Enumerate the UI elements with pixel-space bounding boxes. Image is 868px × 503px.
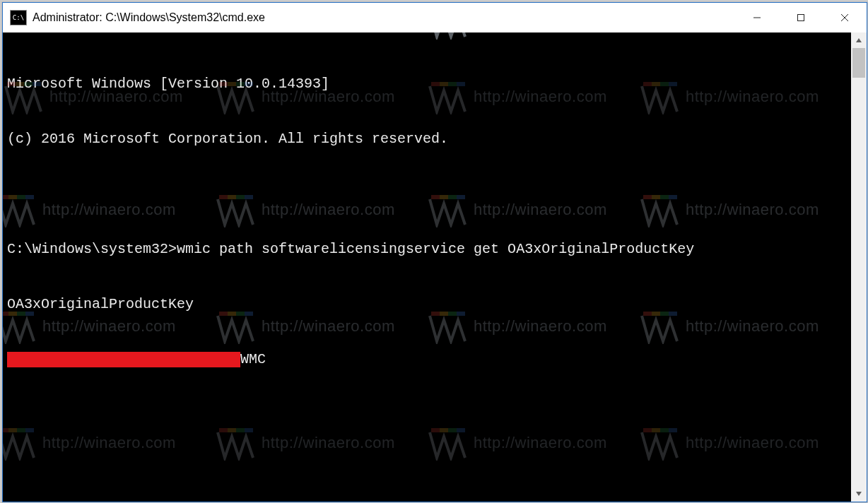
- command-text: wmic path softwarelicensingservice get O…: [177, 241, 694, 257]
- output-line: (c) 2016 Microsoft Corporation. All righ…: [7, 130, 867, 148]
- product-key-line: WMC: [7, 350, 867, 369]
- vertical-scrollbar[interactable]: [851, 32, 867, 502]
- scroll-up-button[interactable]: [851, 32, 867, 48]
- svg-rect-1: [798, 15, 804, 21]
- window-buttons: [735, 3, 867, 32]
- key-suffix: WMC: [240, 350, 266, 369]
- prompt: C:\Windows\system32>: [7, 241, 177, 257]
- minimize-button[interactable]: [735, 3, 779, 32]
- cmd-icon: C:\: [10, 10, 27, 25]
- terminal-content[interactable]: Microsoft Windows [Version 10.0.14393] (…: [3, 32, 867, 502]
- blank-line: [7, 461, 867, 479]
- output-line: Microsoft Windows [Version 10.0.14393]: [7, 75, 867, 93]
- maximize-button[interactable]: [779, 3, 823, 32]
- redacted-key: [7, 352, 240, 367]
- command-line: C:\Windows\system32>wmic path softwareli…: [7, 240, 867, 259]
- scroll-down-button[interactable]: [851, 486, 867, 502]
- titlebar[interactable]: C:\ Administrator: C:\Windows\System32\c…: [3, 3, 867, 32]
- terminal-area[interactable]: Microsoft Windows [Version 10.0.14393] (…: [3, 32, 867, 502]
- svg-marker-5: [856, 492, 862, 496]
- scroll-track[interactable]: [851, 48, 867, 486]
- window-title: Administrator: C:\Windows\System32\cmd.e…: [33, 11, 735, 24]
- cmd-window: C:\ Administrator: C:\Windows\System32\c…: [2, 2, 867, 502]
- scroll-thumb[interactable]: [852, 48, 865, 78]
- close-button[interactable]: [823, 3, 867, 32]
- blank-line: [7, 185, 867, 203]
- blank-line: [7, 406, 867, 424]
- output-header: OA3xOriginalProductKey: [7, 295, 867, 314]
- svg-marker-4: [856, 38, 862, 42]
- cmd-icon-text: C:\: [13, 15, 24, 21]
